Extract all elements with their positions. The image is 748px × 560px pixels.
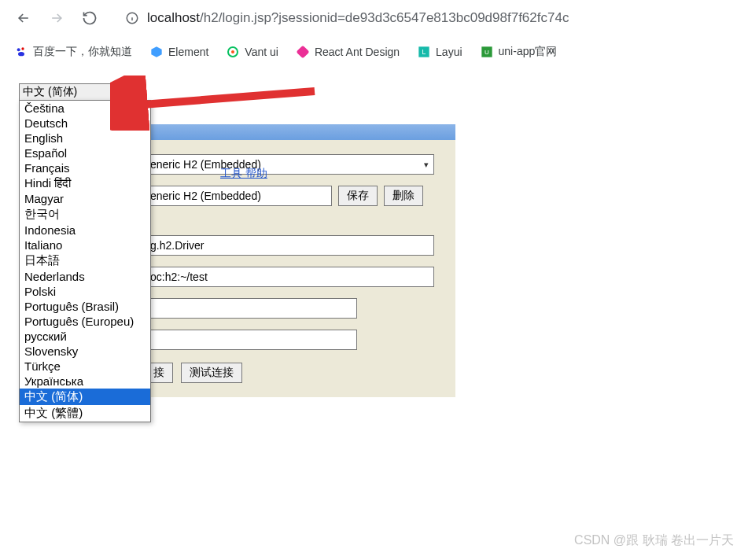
language-option[interactable]: Indonesia bbox=[20, 223, 150, 238]
bookmark-label: 百度一下，你就知道 bbox=[33, 45, 132, 59]
url-text: localhost/h2/login.jsp?jsessionid=de93d3… bbox=[147, 10, 569, 26]
bookmark-bar: 百度一下，你就知道ElementVant uiReact Ant DesignL… bbox=[0, 36, 748, 68]
svg-marker-6 bbox=[151, 46, 161, 57]
language-dropdown[interactable]: ČeštinaDeutschEnglishEspañolFrançaisHind… bbox=[19, 100, 151, 422]
bookmark-label: Element bbox=[168, 46, 208, 58]
bookmark-label: Layui bbox=[436, 46, 462, 58]
bookmark-item[interactable]: React Ant Design bbox=[296, 45, 400, 59]
language-option[interactable]: Português (Europeu) bbox=[20, 314, 150, 329]
language-option[interactable]: 日本語 bbox=[20, 252, 150, 269]
test-connection-button[interactable]: 测试连接 bbox=[181, 363, 242, 383]
username-input[interactable] bbox=[145, 298, 357, 319]
svg-text:U: U bbox=[485, 49, 489, 56]
url-bar[interactable]: localhost/h2/login.jsp?jsessionid=de93d3… bbox=[113, 10, 734, 26]
language-option[interactable]: English bbox=[20, 131, 150, 146]
saved-settings-select[interactable]: eneric H2 (Embedded) bbox=[145, 154, 434, 175]
language-select[interactable]: 中文 (简体) bbox=[19, 83, 134, 101]
save-button[interactable]: 保存 bbox=[338, 186, 378, 206]
language-option[interactable]: Español bbox=[20, 146, 150, 160]
site-info-icon[interactable] bbox=[125, 11, 139, 25]
delete-button[interactable]: 删除 bbox=[384, 186, 423, 206]
jdbc-url-input[interactable] bbox=[145, 267, 434, 287]
bookmark-item[interactable]: Vant ui bbox=[226, 45, 278, 59]
watermark-text: CSDN @跟 耿瑞 卷出一片天 bbox=[574, 532, 734, 549]
vant-icon bbox=[226, 45, 240, 59]
bookmark-item[interactable]: 百度一下，你就知道 bbox=[14, 45, 132, 59]
language-option[interactable]: Français bbox=[20, 160, 150, 175]
uniapp-icon: U bbox=[480, 45, 494, 59]
help-link[interactable]: 工具 帮助 bbox=[220, 167, 267, 181]
language-option[interactable]: Slovensky bbox=[20, 344, 150, 359]
language-option[interactable]: Nederlands bbox=[20, 269, 150, 284]
element-icon bbox=[149, 45, 164, 59]
reload-button[interactable] bbox=[80, 9, 99, 28]
svg-point-8 bbox=[231, 50, 234, 53]
language-option[interactable]: русский bbox=[20, 329, 150, 344]
language-option[interactable]: Hindi हिंदी bbox=[20, 175, 150, 191]
forward-button[interactable] bbox=[47, 9, 66, 28]
language-option[interactable]: 中文 (简体) bbox=[20, 389, 150, 405]
layui-icon: L bbox=[417, 45, 431, 59]
svg-point-5 bbox=[18, 52, 24, 56]
bookmark-label: React Ant Design bbox=[315, 46, 400, 58]
antd-icon bbox=[296, 45, 310, 59]
language-option[interactable]: Türkçe bbox=[20, 359, 150, 374]
language-option[interactable]: 한국어 bbox=[20, 206, 150, 223]
svg-point-3 bbox=[17, 48, 20, 51]
svg-rect-9 bbox=[297, 46, 309, 58]
language-option[interactable]: Magyar bbox=[20, 191, 150, 206]
back-button[interactable] bbox=[14, 9, 33, 28]
bookmark-label: Vant ui bbox=[245, 46, 278, 58]
bookmark-item[interactable]: LLayui bbox=[417, 45, 462, 59]
svg-text:L: L bbox=[422, 48, 426, 56]
language-option[interactable]: Deutsch bbox=[20, 116, 150, 131]
language-option[interactable]: Українська bbox=[20, 374, 150, 389]
language-option[interactable]: Polski bbox=[20, 284, 150, 299]
baidu-icon bbox=[14, 45, 28, 59]
bookmark-item[interactable]: Uuni-app官网 bbox=[480, 45, 558, 59]
language-option[interactable]: 中文 (繁體) bbox=[20, 405, 150, 422]
language-option[interactable]: Italiano bbox=[20, 238, 150, 252]
language-select-value: 中文 (简体) bbox=[23, 85, 77, 99]
setting-name-input[interactable] bbox=[145, 186, 332, 206]
svg-point-4 bbox=[21, 47, 24, 50]
bookmark-item[interactable]: Element bbox=[149, 45, 208, 59]
driver-class-input[interactable] bbox=[145, 235, 434, 256]
language-option[interactable]: Português (Brasil) bbox=[20, 299, 150, 314]
password-input[interactable] bbox=[145, 330, 357, 350]
bookmark-label: uni-app官网 bbox=[499, 45, 558, 59]
language-option[interactable]: Čeština bbox=[20, 101, 150, 116]
